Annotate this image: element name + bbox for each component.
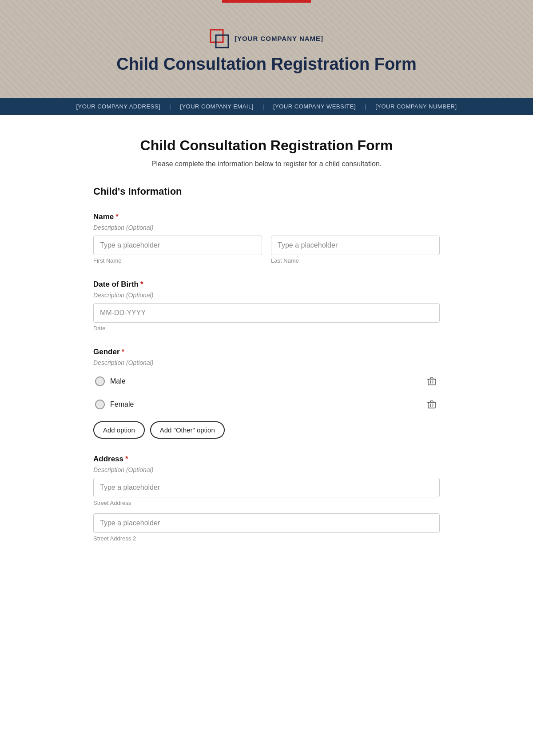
radio-circle-female[interactable] <box>95 400 105 409</box>
field-description-dob: Description (Optional) <box>93 292 440 299</box>
required-star-gender: * <box>122 348 125 356</box>
required-star-address: * <box>125 455 128 464</box>
field-group-gender: Gender * Description (Optional) Male <box>93 348 440 439</box>
delete-female-button[interactable] <box>426 398 438 411</box>
company-website: [YOUR COMPANY WEBSITE] <box>273 103 356 110</box>
field-label-address: Address * <box>93 455 440 464</box>
field-description-address: Description (Optional) <box>93 466 440 473</box>
add-other-option-button[interactable]: Add "Other" option <box>150 421 225 439</box>
logo-area: [YOUR COMPANY NAME] <box>210 29 323 48</box>
field-label-gender: Gender * <box>93 348 440 356</box>
last-name-group: Last Name <box>271 236 440 264</box>
field-description-name: Description (Optional) <box>93 224 440 231</box>
gender-option-female: Female <box>93 394 440 415</box>
required-star-dob: * <box>140 280 143 289</box>
radio-label-male: Male <box>110 377 126 385</box>
company-number: [YOUR COMPANY NUMBER] <box>375 103 457 110</box>
company-logo-icon <box>210 29 229 48</box>
svg-rect-0 <box>211 30 223 42</box>
gender-option-male: Male <box>93 371 440 392</box>
street1-sub-label: Street Address <box>93 500 440 506</box>
last-name-sub-label: Last Name <box>271 257 440 264</box>
dob-sub-label: Date <box>93 325 440 332</box>
street2-group: Street Address 2 <box>93 513 440 542</box>
field-label-name: Name * <box>93 212 440 221</box>
first-name-group: First Name <box>93 236 262 264</box>
field-group-name: Name * Description (Optional) First Name… <box>93 212 440 264</box>
last-name-input[interactable] <box>271 236 440 255</box>
radio-label-female: Female <box>110 400 134 408</box>
company-address: [YOUR COMPANY ADDRESS] <box>76 103 160 110</box>
company-name-label: [YOUR COMPANY NAME] <box>235 35 323 42</box>
form-subtitle: Please complete the information below to… <box>93 160 440 168</box>
delete-male-button[interactable] <box>426 375 438 388</box>
section-heading: Child's Information <box>93 186 440 200</box>
required-star-name: * <box>115 212 119 221</box>
svg-rect-9 <box>428 402 435 408</box>
radio-circle-male[interactable] <box>95 376 105 386</box>
svg-rect-1 <box>216 35 228 48</box>
banner-title: Child Consultation Registration Form <box>116 55 417 74</box>
header-banner: [YOUR COMPANY NAME] Child Consultation R… <box>0 0 533 98</box>
first-name-input[interactable] <box>93 236 262 255</box>
info-bar: [YOUR COMPANY ADDRESS] | [YOUR COMPANY E… <box>0 98 533 115</box>
red-bar-decoration <box>222 0 311 3</box>
first-name-sub-label: First Name <box>93 257 262 264</box>
main-content: Child Consultation Registration Form Ple… <box>67 115 466 584</box>
add-options-row: Add option Add "Other" option <box>93 421 440 439</box>
street2-sub-label: Street Address 2 <box>93 535 440 542</box>
svg-rect-2 <box>428 379 435 385</box>
company-email: [YOUR COMPANY EMAIL] <box>180 103 254 110</box>
street1-group: Street Address <box>93 478 440 506</box>
field-group-address: Address * Description (Optional) Street … <box>93 455 440 542</box>
street-address-1-input[interactable] <box>93 478 440 497</box>
field-label-dob: Date of Birth * <box>93 280 440 289</box>
field-group-dob: Date of Birth * Description (Optional) D… <box>93 280 440 332</box>
dob-input[interactable] <box>93 303 440 323</box>
name-input-row: First Name Last Name <box>93 236 440 264</box>
add-option-button[interactable]: Add option <box>93 421 145 439</box>
field-description-gender: Description (Optional) <box>93 359 440 366</box>
form-title: Child Consultation Registration Form <box>93 137 440 154</box>
street-address-2-input[interactable] <box>93 513 440 533</box>
